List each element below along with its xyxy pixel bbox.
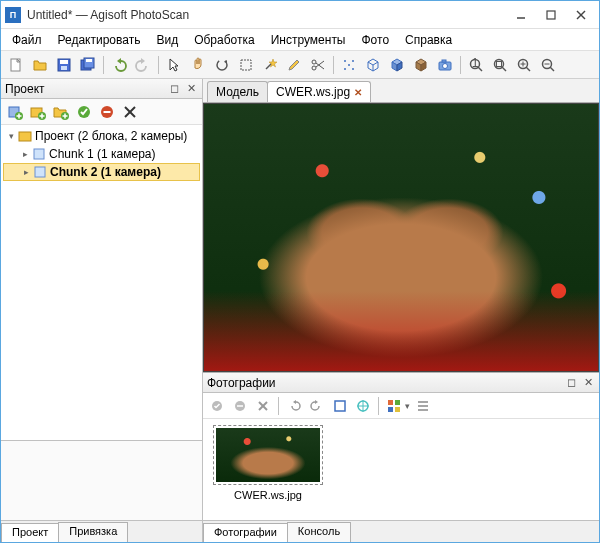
menu-view[interactable]: Вид xyxy=(149,31,185,49)
region-icon[interactable] xyxy=(235,54,257,76)
panel-float-icon[interactable]: ◻ xyxy=(167,82,181,96)
menubar: Файл Редактировать Вид Обработка Инструм… xyxy=(1,29,599,51)
menu-photo[interactable]: Фото xyxy=(355,31,397,49)
image-viewport[interactable] xyxy=(203,103,599,372)
open-folder-icon[interactable] xyxy=(29,54,51,76)
dropdown-icon[interactable]: ▾ xyxy=(405,401,410,411)
redo-icon[interactable] xyxy=(132,54,154,76)
photos-panel-header: Фотографии ◻ ✕ xyxy=(203,373,599,393)
svg-rect-10 xyxy=(86,59,92,62)
project-toolbar xyxy=(1,99,202,125)
svg-point-21 xyxy=(352,68,354,70)
chunk-icon xyxy=(31,146,47,162)
svg-rect-12 xyxy=(241,60,251,70)
document-tabs: Модель CWER.ws.jpg ✕ xyxy=(203,79,599,103)
menu-tools[interactable]: Инструменты xyxy=(264,31,353,49)
zoom-out-icon[interactable] xyxy=(537,54,559,76)
add-folder-icon[interactable] xyxy=(51,102,71,122)
menu-file[interactable]: Файл xyxy=(5,31,49,49)
disable-icon[interactable] xyxy=(97,102,117,122)
tree-root[interactable]: ▾ Проект (2 блока, 2 камеры) xyxy=(3,127,200,145)
align-icon[interactable] xyxy=(353,396,373,416)
thumbnail-caption: CWER.ws.jpg xyxy=(234,489,302,501)
chunk-icon xyxy=(32,164,48,180)
tree-chunk[interactable]: ▸ Chunk 2 (1 камера) xyxy=(3,163,200,181)
view-details-icon[interactable] xyxy=(413,396,433,416)
cube-points-icon[interactable] xyxy=(338,54,360,76)
tab-project[interactable]: Проект xyxy=(1,523,59,543)
add-photos-icon[interactable] xyxy=(28,102,48,122)
svg-rect-7 xyxy=(61,66,67,70)
thumbnail-image xyxy=(216,428,320,482)
svg-rect-70 xyxy=(395,407,400,412)
pencil-icon[interactable] xyxy=(283,54,305,76)
disable-photo-icon[interactable] xyxy=(230,396,250,416)
svg-rect-1 xyxy=(547,11,555,19)
save-icon[interactable] xyxy=(53,54,75,76)
app-icon: П xyxy=(5,7,21,23)
svg-point-22 xyxy=(348,64,350,66)
main-toolbar: 1 xyxy=(1,51,599,79)
camera-icon[interactable] xyxy=(434,54,456,76)
minimize-button[interactable] xyxy=(507,5,535,25)
menu-help[interactable]: Справка xyxy=(398,31,459,49)
thumbnails-area[interactable]: CWER.ws.jpg xyxy=(203,419,599,520)
pointer-icon[interactable] xyxy=(163,54,185,76)
svg-rect-56 xyxy=(34,149,44,159)
photos-panel-title: Фотографии xyxy=(207,376,276,390)
cube-solid-icon[interactable] xyxy=(386,54,408,76)
svg-point-14 xyxy=(312,60,316,64)
tab-image[interactable]: CWER.ws.jpg ✕ xyxy=(267,81,371,102)
tab-model[interactable]: Модель xyxy=(207,81,268,102)
zoom-reset-icon[interactable]: 1 xyxy=(465,54,487,76)
svg-text:1: 1 xyxy=(472,57,479,70)
tab-photos[interactable]: Фотографии xyxy=(203,523,288,543)
new-file-icon[interactable] xyxy=(5,54,27,76)
panel-float-icon[interactable]: ◻ xyxy=(564,376,578,390)
cube-texture-icon[interactable] xyxy=(410,54,432,76)
hand-icon[interactable] xyxy=(187,54,209,76)
expand-icon[interactable]: ▸ xyxy=(19,149,31,159)
tab-console[interactable]: Консоль xyxy=(287,522,351,542)
expand-icon[interactable]: ▾ xyxy=(5,131,17,141)
svg-rect-57 xyxy=(35,167,45,177)
enable-photo-icon[interactable] xyxy=(207,396,227,416)
panel-close-icon[interactable]: ✕ xyxy=(184,82,198,96)
remove-icon[interactable] xyxy=(120,102,140,122)
svg-rect-25 xyxy=(442,60,446,62)
titlebar: П Untitled* — Agisoft PhotoScan xyxy=(1,1,599,29)
rotate-left-icon[interactable] xyxy=(284,396,304,416)
tree-root-label: Проект (2 блока, 2 камеры) xyxy=(35,129,187,143)
add-chunk-icon[interactable] xyxy=(5,102,25,122)
expand-icon[interactable]: ▸ xyxy=(20,167,32,177)
tree-chunk[interactable]: ▸ Chunk 1 (1 камера) xyxy=(3,145,200,163)
zoom-in-icon[interactable] xyxy=(513,54,535,76)
svg-rect-55 xyxy=(19,132,31,141)
tab-close-icon[interactable]: ✕ xyxy=(354,87,362,98)
magic-wand-icon[interactable] xyxy=(259,54,281,76)
save-multi-icon[interactable] xyxy=(77,54,99,76)
reset-rotation-icon[interactable] xyxy=(330,396,350,416)
svg-rect-67 xyxy=(388,400,393,405)
properties-panel xyxy=(1,440,202,520)
menu-edit[interactable]: Редактировать xyxy=(51,31,148,49)
menu-process[interactable]: Обработка xyxy=(187,31,262,49)
undo-icon[interactable] xyxy=(108,54,130,76)
cube-wire-icon[interactable] xyxy=(362,54,384,76)
zoom-fit-icon[interactable] xyxy=(489,54,511,76)
maximize-button[interactable] xyxy=(537,5,565,25)
svg-point-15 xyxy=(312,66,316,70)
panel-close-icon[interactable]: ✕ xyxy=(581,376,595,390)
image-content xyxy=(204,104,598,371)
view-thumbnails-icon[interactable] xyxy=(384,396,404,416)
rotate-icon[interactable] xyxy=(211,54,233,76)
enable-icon[interactable] xyxy=(74,102,94,122)
rotate-right-icon[interactable] xyxy=(307,396,327,416)
project-tree[interactable]: ▾ Проект (2 блока, 2 камеры) ▸ Chunk 1 (… xyxy=(1,125,202,440)
close-button[interactable] xyxy=(567,5,595,25)
thumbnail-item[interactable]: CWER.ws.jpg xyxy=(209,425,327,514)
svg-line-30 xyxy=(502,67,506,71)
remove-photo-icon[interactable] xyxy=(253,396,273,416)
scissors-icon[interactable] xyxy=(307,54,329,76)
tab-reference[interactable]: Привязка xyxy=(58,522,128,542)
